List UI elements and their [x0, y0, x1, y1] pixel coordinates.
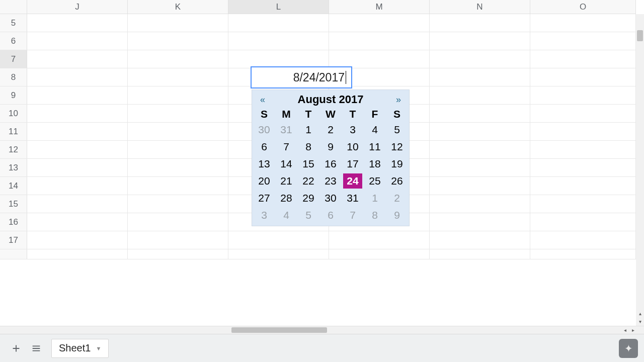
column-header-k[interactable]: K [128, 0, 228, 14]
cell[interactable] [530, 123, 636, 140]
vertical-scrollbar-thumb[interactable] [637, 30, 643, 41]
date-picker-title[interactable]: August 2017 [298, 93, 364, 106]
date-picker-day[interactable]: 21 [275, 172, 297, 190]
cell[interactable] [128, 105, 228, 122]
scroll-up-arrow-icon[interactable] [636, 310, 644, 318]
cell[interactable] [530, 141, 636, 158]
scroll-left-arrow-icon[interactable] [621, 326, 629, 334]
date-picker-day[interactable]: 28 [275, 190, 297, 207]
date-picker-day[interactable]: 22 [297, 172, 319, 190]
date-picker-day[interactable]: 5 [386, 121, 408, 138]
cell[interactable] [228, 50, 329, 68]
cell[interactable] [27, 32, 128, 50]
cell[interactable] [530, 86, 636, 104]
scroll-down-arrow-icon[interactable] [636, 318, 644, 326]
cell[interactable] [329, 50, 430, 68]
all-sheets-button[interactable] [26, 338, 46, 358]
cell[interactable] [530, 195, 636, 213]
cell[interactable] [128, 195, 228, 213]
row-header-partial[interactable] [0, 249, 27, 259]
row-header-6[interactable]: 6 [0, 32, 27, 50]
date-picker-day[interactable]: 2 [386, 190, 408, 207]
cell[interactable] [530, 213, 636, 231]
cell[interactable] [530, 249, 636, 259]
cell[interactable] [530, 68, 636, 86]
date-picker-day[interactable]: 11 [364, 138, 386, 155]
cell[interactable] [430, 32, 530, 50]
date-picker-day[interactable]: 6 [319, 207, 342, 224]
cell[interactable] [430, 231, 530, 249]
date-picker-day[interactable]: 4 [275, 207, 297, 224]
cell[interactable] [329, 249, 430, 259]
row-header-7[interactable]: 7 [0, 50, 27, 68]
cell[interactable] [430, 123, 530, 140]
date-picker-day-selected[interactable]: 24 [343, 173, 362, 189]
column-header-j[interactable]: J [27, 0, 128, 14]
date-picker-day[interactable]: 15 [297, 155, 319, 172]
cell[interactable] [430, 68, 530, 86]
cell[interactable] [430, 105, 530, 122]
cell[interactable] [27, 249, 128, 259]
date-picker-day[interactable]: 2 [319, 121, 342, 138]
cell[interactable] [430, 159, 530, 176]
cell[interactable] [27, 195, 128, 213]
date-picker-day[interactable]: 7 [275, 138, 297, 155]
horizontal-scrollbar[interactable] [0, 326, 644, 334]
cell[interactable] [530, 32, 636, 50]
cell[interactable] [27, 50, 128, 68]
date-picker-day[interactable]: 29 [297, 190, 319, 207]
cell[interactable] [329, 32, 430, 50]
cell[interactable] [27, 105, 128, 122]
cell[interactable] [27, 86, 128, 104]
row-header-13[interactable]: 13 [0, 159, 27, 176]
row-header-17[interactable]: 17 [0, 231, 27, 249]
date-picker-day[interactable]: 12 [386, 138, 408, 155]
date-picker-day[interactable]: 30 [253, 121, 275, 138]
cell[interactable] [27, 159, 128, 176]
cell[interactable] [530, 14, 636, 32]
date-picker-day[interactable]: 30 [319, 190, 342, 207]
vertical-scrollbar[interactable] [636, 14, 644, 326]
cell[interactable] [430, 249, 530, 259]
date-picker-day[interactable]: 8 [297, 138, 319, 155]
active-cell-input[interactable]: 8/24/2017 [251, 66, 352, 88]
cell[interactable] [329, 231, 430, 249]
date-picker-day[interactable]: 5 [297, 207, 319, 224]
cell[interactable] [329, 14, 430, 32]
cell[interactable] [128, 86, 228, 104]
add-sheet-button[interactable] [6, 338, 26, 358]
cell[interactable] [128, 14, 228, 32]
column-header-n[interactable]: N [430, 0, 530, 14]
cell[interactable] [128, 68, 228, 86]
cell[interactable] [530, 159, 636, 176]
cell[interactable] [128, 213, 228, 231]
cell[interactable] [430, 86, 530, 104]
cell[interactable] [430, 195, 530, 213]
cell[interactable] [430, 213, 530, 231]
date-picker-day[interactable]: 1 [364, 190, 386, 207]
date-picker-day[interactable]: 9 [386, 207, 408, 224]
cell[interactable] [228, 32, 329, 50]
explore-button[interactable] [619, 339, 638, 358]
row-header-15[interactable]: 15 [0, 195, 27, 213]
date-picker-day[interactable]: 16 [319, 155, 342, 172]
date-picker-day[interactable]: 23 [319, 172, 342, 190]
cell[interactable] [530, 50, 636, 68]
date-picker-day[interactable]: 19 [386, 155, 408, 172]
horizontal-scrollbar-thumb[interactable] [231, 327, 327, 333]
date-picker-day[interactable]: 4 [364, 121, 386, 138]
date-picker-day[interactable]: 6 [253, 138, 275, 155]
cell[interactable] [27, 213, 128, 231]
cell[interactable] [27, 231, 128, 249]
cell[interactable] [128, 177, 228, 195]
date-picker-day[interactable]: 31 [342, 190, 364, 207]
column-header-o[interactable]: O [530, 0, 636, 14]
date-picker-day[interactable]: 20 [253, 172, 275, 190]
row-header-14[interactable]: 14 [0, 177, 27, 195]
date-picker-day[interactable]: 8 [364, 207, 386, 224]
cell[interactable] [128, 123, 228, 140]
row-header-8[interactable]: 8 [0, 68, 27, 86]
date-picker-next-month[interactable]: » [393, 94, 404, 106]
date-picker-day[interactable]: 27 [253, 190, 275, 207]
date-picker-day[interactable]: 7 [342, 207, 364, 224]
